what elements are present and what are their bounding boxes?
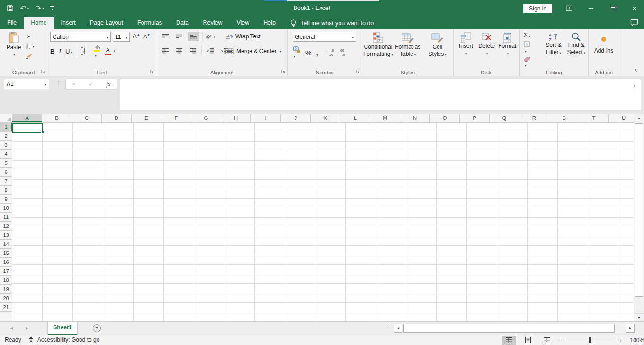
sheet-tab-sheet1[interactable]: Sheet1 [47,322,78,335]
row-header-7[interactable]: 7 [0,177,12,186]
column-header-P[interactable]: P [460,114,490,122]
format-cells-button[interactable]: Format [497,29,518,67]
scroll-left-button[interactable] [394,324,402,333]
number-format-combobox[interactable]: General [293,32,356,42]
column-header-E[interactable]: E [132,114,161,122]
column-header-M[interactable]: M [370,114,400,122]
row-header-8[interactable]: 8 [0,186,12,195]
bottom-align-button[interactable] [188,32,199,41]
page-break-preview-button[interactable] [540,336,554,345]
row-header-20[interactable]: 20 [0,294,12,303]
column-header-J[interactable]: J [281,114,311,122]
sign-in-button[interactable]: Sign in [523,4,552,13]
selected-cell-A1[interactable] [12,123,43,133]
row-header-2[interactable]: 2 [0,132,12,141]
vertical-scrollbar[interactable] [634,114,644,321]
font-size-combobox[interactable]: 11 [113,32,130,42]
row-header-6[interactable]: 6 [0,168,12,177]
cut-button[interactable]: ✂ [27,33,32,40]
next-sheet-button[interactable]: ▸ [26,325,28,331]
tab-help[interactable]: Help [256,17,283,29]
column-header-K[interactable]: K [311,114,340,122]
zoom-slider-thumb[interactable] [589,337,591,343]
feedback-button[interactable] [630,19,638,26]
insert-function-button[interactable]: fx [106,81,110,88]
column-header-I[interactable]: I [251,114,281,122]
close-button[interactable]: × [630,4,639,13]
bold-button[interactable]: B [50,48,54,55]
row-header-5[interactable]: 5 [0,159,12,168]
tab-home[interactable]: Home [24,17,54,29]
restore-button[interactable] [608,4,617,13]
tab-formulas[interactable]: Formulas [130,17,169,29]
italic-button[interactable]: I [59,47,61,55]
column-header-C[interactable]: C [72,114,102,122]
tab-bar-splitter[interactable]: ⋮ [385,325,390,330]
collapse-formula-bar-button[interactable]: ∧ [633,84,636,89]
percent-style-button[interactable]: % [305,49,311,57]
grid-cells[interactable] [12,123,634,321]
select-all-button[interactable] [0,114,12,123]
collapse-ribbon-button[interactable]: ∧ [634,68,637,73]
comma-style-button[interactable]: , [316,49,318,57]
column-header-A[interactable]: A [12,114,42,122]
cancel-button[interactable]: × [72,81,76,88]
tab-data[interactable]: Data [169,17,196,29]
row-header-15[interactable]: 15 [0,249,12,258]
zoom-in-button[interactable]: + [619,336,623,344]
column-header-O[interactable]: O [430,114,460,122]
formula-bar-splitter[interactable]: ⋮ [56,80,61,86]
row-header-4[interactable]: 4 [0,150,12,159]
column-header-Q[interactable]: Q [490,114,519,122]
sort-filter-button[interactable]: AZ Sort & Filter [542,29,565,67]
zoom-slider[interactable] [566,337,616,343]
row-header-14[interactable]: 14 [0,240,12,249]
normal-view-button[interactable] [502,336,516,345]
top-align-button[interactable] [160,32,171,41]
column-header-D[interactable]: D [102,114,132,122]
row-header-13[interactable]: 13 [0,231,12,240]
previous-sheet-button[interactable]: ◂ [10,325,13,331]
accessibility-status[interactable]: Accessibility: Good to go [27,336,99,343]
column-header-U[interactable]: U [609,114,634,122]
row-header-12[interactable]: 12 [0,222,12,231]
cell-styles-button[interactable]: Cell Styles [422,29,452,67]
page-layout-view-button[interactable] [521,336,535,345]
row-header-17[interactable]: 17 [0,267,12,276]
column-header-B[interactable]: B [42,114,72,122]
decrease-indent-button[interactable] [205,46,216,55]
alignment-dialog-launcher[interactable] [281,69,286,74]
autosum-button[interactable]: Σ [524,32,530,39]
row-header-18[interactable]: 18 [0,276,12,285]
format-painter-button[interactable] [26,53,32,60]
row-header-11[interactable]: 11 [0,213,12,222]
clipboard-dialog-launcher[interactable] [40,69,45,74]
horizontal-scrollbar[interactable] [403,324,626,333]
row-header-16[interactable]: 16 [0,258,12,267]
scroll-up-button[interactable] [634,114,644,122]
fill-handle[interactable] [41,131,44,134]
copy-button[interactable] [26,43,35,50]
find-select-button[interactable]: Find & Select [565,29,587,67]
increase-decimal-button[interactable]: ←.0.00 [328,49,334,56]
scroll-down-button[interactable] [634,313,644,321]
underline-button[interactable]: U [65,48,72,55]
column-header-L[interactable]: L [340,114,370,122]
clear-button[interactable] [524,56,530,68]
zoom-out-button[interactable]: − [559,336,563,344]
tab-review[interactable]: Review [196,17,229,29]
vertical-scrollbar-thumb[interactable] [635,123,643,297]
wrap-text-button[interactable]: ab Wrap Text [225,33,261,40]
zoom-level[interactable]: 100% [626,337,644,344]
insert-cells-button[interactable]: Insert [456,29,476,67]
column-header-T[interactable]: T [579,114,609,122]
tab-insert[interactable]: Insert [54,17,83,29]
font-dialog-launcher[interactable] [149,69,154,74]
column-header-G[interactable]: G [191,114,221,122]
row-header-3[interactable]: 3 [0,141,12,150]
column-header-H[interactable]: H [221,114,251,122]
orientation-button[interactable]: ab [206,33,215,40]
font-color-button[interactable]: A [105,47,115,55]
row-header-9[interactable]: 9 [0,195,12,204]
format-as-table-button[interactable]: Format as Table [393,29,423,67]
